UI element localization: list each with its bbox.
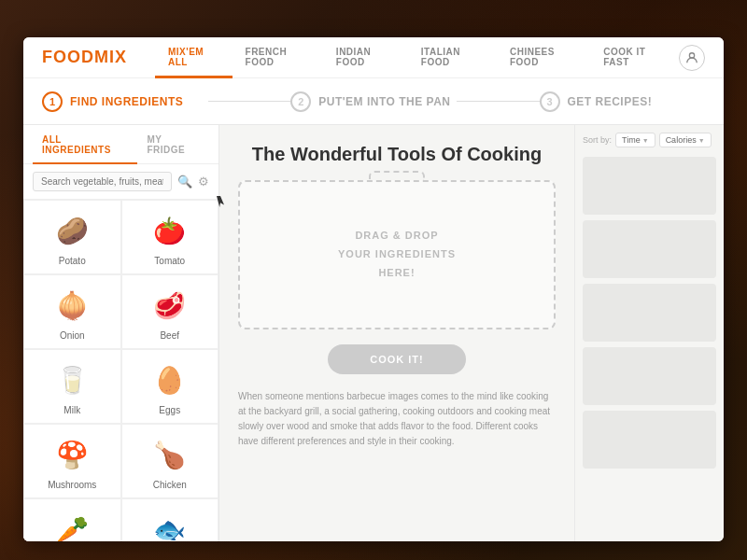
nav-links: MIX'EM ALL FRENCH FOOD INDIAN FOOD ITALI… bbox=[155, 37, 679, 77]
ingredient-mushrooms-img: 🍄 bbox=[47, 434, 98, 476]
pan-handle bbox=[369, 171, 425, 182]
step-3-label: GET RECIPES! bbox=[568, 95, 653, 108]
recipe-placeholder-2 bbox=[583, 220, 716, 278]
svg-point-0 bbox=[689, 52, 694, 57]
description-text: When someone mentions barbecue images co… bbox=[238, 389, 556, 449]
ingredient-milk-label: Milk bbox=[63, 405, 80, 415]
ingredient-mushrooms-label: Mushrooms bbox=[48, 480, 96, 490]
ingredient-mushrooms[interactable]: 🍄 Mushrooms bbox=[23, 424, 121, 498]
ingredient-carrot[interactable]: 🥕 Carrot bbox=[23, 498, 121, 541]
ingredient-tuna[interactable]: 🐟 Tuna bbox=[121, 498, 219, 541]
step-2-label: PUT'EM INTO THE PAN bbox=[318, 95, 450, 108]
ingredient-tomato[interactable]: 🍅 Tomato bbox=[121, 200, 219, 274]
middle-panel: The Wonderful Tools Of Cooking DRAG & DR… bbox=[219, 125, 574, 541]
ingredient-carrot-img: 🥕 bbox=[47, 509, 98, 541]
steps-bar: 1 FIND INGREDIENTS 2 PUT'EM INTO THE PAN… bbox=[23, 78, 724, 125]
ingredient-chicken-img: 🍗 bbox=[144, 434, 195, 476]
search-icon[interactable]: 🔍 bbox=[177, 175, 192, 189]
ingredient-tuna-img: 🐟 bbox=[144, 509, 195, 541]
step-2-num: 2 bbox=[290, 91, 311, 112]
user-avatar[interactable] bbox=[679, 45, 705, 71]
step-3-num: 3 bbox=[540, 91, 560, 112]
cook-button[interactable]: COOK IT! bbox=[328, 344, 466, 374]
nav-mixemall[interactable]: MIX'EM ALL bbox=[155, 37, 233, 78]
ingredient-onion-label: Onion bbox=[60, 330, 85, 341]
ingredient-eggs-label: Eggs bbox=[159, 405, 180, 415]
tab-all-ingredients[interactable]: ALL INGREDIENTS bbox=[33, 125, 137, 164]
step-2: 2 PUT'EM INTO THE PAN bbox=[290, 91, 457, 112]
ingredient-onion-img: 🧅 bbox=[47, 285, 98, 327]
drop-zone[interactable]: DRAG & DROP YOUR INGREDIENTS HERE! bbox=[238, 180, 556, 329]
content-area: ALL INGREDIENTS MY FRIDGE 🔍 ⚙ 🥔 Potato 🍅… bbox=[23, 125, 724, 541]
filter-icon[interactable]: ⚙ bbox=[198, 175, 209, 189]
cooking-title: The Wonderful Tools Of Cooking bbox=[238, 144, 556, 165]
nav-indianfood[interactable]: INDIAN FOOD bbox=[323, 37, 408, 78]
ingredient-eggs[interactable]: 🥚 Eggs bbox=[121, 349, 219, 424]
ingredient-potato[interactable]: 🥔 Potato bbox=[23, 200, 121, 274]
step-1: 1 FIND INGREDIENTS bbox=[42, 91, 208, 112]
drop-zone-text: DRAG & DROP YOUR INGREDIENTS HERE! bbox=[338, 227, 456, 282]
nav-frenchfood[interactable]: FRENCH FOOD bbox=[233, 37, 323, 78]
ingredient-chicken-label: Chicken bbox=[153, 480, 187, 490]
ingredients-grid: 🥔 Potato 🍅 Tomato 🧅 Onion 🥩 Beef bbox=[23, 200, 218, 541]
ingredient-potato-img: 🥔 bbox=[47, 210, 98, 252]
step-divider-1 bbox=[208, 101, 291, 102]
main-card: FOODMIX MIX'EM ALL FRENCH FOOD INDIAN FO… bbox=[23, 37, 724, 541]
ingredient-tomato-img: 🍅 bbox=[144, 210, 195, 252]
step-1-label: FIND INGREDIENTS bbox=[70, 95, 183, 108]
nav-cookitfast[interactable]: COOK IT FAST bbox=[590, 37, 679, 78]
nav-italianfood[interactable]: ITALIAN FOOD bbox=[408, 37, 497, 78]
sort-calories-chip[interactable]: Calories bbox=[659, 133, 712, 147]
ingredient-tomato-label: Tomato bbox=[154, 256, 185, 266]
ingredient-onion[interactable]: 🧅 Onion bbox=[23, 274, 121, 349]
step-1-num: 1 bbox=[42, 91, 63, 112]
ingredient-beef[interactable]: 🥩 Beef bbox=[121, 274, 219, 349]
ingredient-beef-label: Beef bbox=[160, 330, 179, 341]
sidebar-tabs: ALL INGREDIENTS MY FRIDGE bbox=[23, 125, 218, 164]
ingredient-milk-img: 🥛 bbox=[47, 359, 98, 401]
ingredient-potato-label: Potato bbox=[59, 256, 86, 266]
recipe-placeholder-3 bbox=[583, 284, 716, 342]
sidebar: ALL INGREDIENTS MY FRIDGE 🔍 ⚙ 🥔 Potato 🍅… bbox=[23, 125, 219, 541]
sort-bar: Sort by: Time Calories bbox=[583, 133, 716, 147]
sort-label: Sort by: bbox=[583, 135, 612, 145]
search-input[interactable] bbox=[33, 172, 172, 191]
right-panel: Sort by: Time Calories bbox=[574, 125, 724, 541]
step-3: 3 GET RECIPES! bbox=[540, 91, 706, 112]
ingredient-chicken[interactable]: 🍗 Chicken bbox=[121, 424, 219, 498]
step-divider-2 bbox=[457, 101, 540, 102]
navbar: FOODMIX MIX'EM ALL FRENCH FOOD INDIAN FO… bbox=[23, 37, 724, 78]
recipe-placeholder-5 bbox=[583, 411, 716, 469]
nav-chineesefood[interactable]: CHINEES FOOD bbox=[497, 37, 590, 78]
logo: FOODMIX bbox=[42, 48, 127, 67]
ingredient-milk[interactable]: 🥛 Milk bbox=[23, 349, 121, 424]
recipe-placeholder-4 bbox=[583, 347, 716, 405]
recipe-placeholder-1 bbox=[583, 157, 716, 215]
search-bar: 🔍 ⚙ bbox=[23, 164, 218, 200]
tab-my-fridge[interactable]: MY FRIDGE bbox=[137, 125, 209, 164]
ingredient-beef-img: 🥩 bbox=[144, 285, 195, 327]
ingredient-eggs-img: 🥚 bbox=[144, 359, 195, 401]
sort-time-chip[interactable]: Time bbox=[615, 133, 655, 147]
